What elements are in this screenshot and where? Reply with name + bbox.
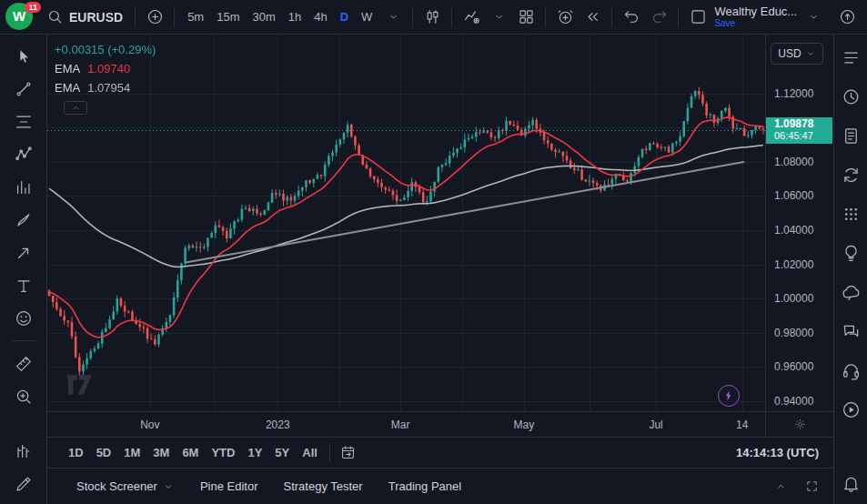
time-tick-label: Nov	[140, 418, 159, 431]
boost-lightning-icon[interactable]	[718, 385, 740, 407]
ideas-icon[interactable]	[839, 241, 862, 265]
price-tick-label: 1.02000	[774, 258, 813, 271]
time-axis-labels: Nov2023MarMayJul14	[47, 412, 765, 437]
brush-tool-icon[interactable]	[7, 205, 40, 235]
trade-journal-icon[interactable]	[839, 124, 862, 147]
time-tick-label: May	[514, 418, 535, 431]
panel-tab-stock-screener[interactable]: Stock Screener	[64, 469, 187, 504]
cursor-tool-icon[interactable]	[7, 41, 40, 71]
panel-expand-chevron-up-icon[interactable]	[768, 474, 793, 499]
range-6m[interactable]: 6M	[176, 442, 205, 463]
indicator-value: 1.09740	[87, 62, 130, 76]
private-chats-icon[interactable]	[839, 319, 862, 343]
hotlists-icon[interactable]	[839, 163, 862, 186]
bar-replay-icon[interactable]	[580, 5, 605, 30]
panel-tab-trading-panel[interactable]: Trading Panel	[376, 469, 474, 504]
range-3m[interactable]: 3M	[146, 442, 176, 463]
publish-icon[interactable]	[834, 5, 860, 30]
price-axis[interactable]: USD 1.09878 06:45:47 1.120001.100001.080…	[765, 35, 833, 411]
layout-menu[interactable]: Wealthy Educ... Save	[714, 5, 797, 29]
currency-toggle-button[interactable]: USD	[771, 43, 823, 65]
panel-tab-label: Pine Editor	[200, 479, 258, 493]
toolbar-separator	[329, 443, 330, 463]
chart-settings-gear-icon[interactable]	[793, 418, 807, 431]
search-icon[interactable]	[42, 5, 67, 30]
range-all[interactable]: All	[296, 442, 324, 463]
edit-drawings-tool-icon[interactable]	[7, 469, 40, 499]
measure-tool-icon[interactable]	[7, 348, 40, 378]
forecast-tool-icon[interactable]	[7, 172, 40, 202]
timeframe-chevron-down-icon[interactable]	[380, 5, 406, 30]
current-price-badge: 1.09878 06:45:47	[766, 117, 832, 144]
indicator-legend: EMA1.09740EMA1.07954	[55, 62, 156, 95]
time-tick-label: Mar	[391, 418, 410, 431]
indicators-chevron-down-icon[interactable]	[486, 5, 511, 30]
chart-plot: +0.00315 (+0.29%) EMA1.09740EMA1.07954	[47, 35, 765, 411]
bottom-panel-bar: Stock ScreenerPine EditorStrategy Tester…	[47, 468, 833, 504]
redo-icon[interactable]	[646, 5, 671, 30]
trend-line-tool-icon[interactable]	[7, 74, 40, 104]
time-axis[interactable]: Nov2023MarMayJul14	[47, 411, 833, 437]
zoom-tool-icon[interactable]	[7, 381, 40, 411]
text-tool-icon[interactable]	[7, 270, 40, 300]
watchlist-icon[interactable]	[839, 45, 862, 69]
indicator-row-1[interactable]: EMA1.07954	[55, 81, 156, 95]
price-tick-label: 1.12000	[774, 87, 813, 100]
toolbar-separator	[451, 7, 452, 27]
timeframe-5m[interactable]: 5m	[181, 5, 210, 29]
undo-icon[interactable]	[619, 5, 644, 30]
trading-app: W 11 EURUSD 5m15m30m1h4hDW Wealthy Educ.…	[0, 0, 867, 504]
timeframe-buttons: 5m15m30m1h4hDW	[181, 5, 378, 29]
range-1m[interactable]: 1M	[117, 442, 146, 463]
indicator-label: EMA	[55, 81, 80, 95]
toolbar-separator	[135, 7, 136, 27]
support-icon[interactable]	[839, 358, 862, 382]
dom-grid-icon[interactable]	[839, 202, 862, 226]
pattern-bars-tool-icon[interactable]	[7, 436, 40, 466]
panel-maximize-icon[interactable]	[799, 474, 824, 499]
layout-templates-icon[interactable]	[513, 5, 539, 30]
tutorials-icon[interactable]	[839, 398, 862, 421]
create-alert-icon[interactable]	[552, 5, 578, 30]
price-tick-label: 0.94000	[774, 395, 813, 408]
timeframe-1h[interactable]: 1h	[282, 5, 307, 29]
indicator-row-0[interactable]: EMA1.09740	[55, 62, 156, 76]
timeframe-30m[interactable]: 30m	[246, 5, 281, 29]
panel-tab-pine-editor[interactable]: Pine Editor	[187, 469, 271, 504]
range-1y[interactable]: 1Y	[241, 442, 268, 463]
utc-clock[interactable]: 14:14:13 (UTC)	[736, 446, 819, 459]
fib-retracement-tool-icon[interactable]	[7, 106, 40, 136]
compare-add-icon[interactable]	[142, 5, 167, 30]
indicators-icon[interactable]	[459, 5, 484, 30]
timeframe-15m[interactable]: 15m	[210, 5, 246, 29]
save-layout-link[interactable]: Save	[714, 17, 797, 29]
broker-logo[interactable]: W 11	[5, 3, 36, 32]
range-ytd[interactable]: YTD	[205, 442, 241, 463]
range-1d[interactable]: 1D	[62, 442, 90, 463]
chevron-down-icon	[162, 480, 175, 493]
emoji-tool-icon[interactable]	[7, 303, 40, 333]
price-tick-label: 0.98000	[774, 327, 813, 339]
chart-center-column: +0.00315 (+0.29%) EMA1.09740EMA1.07954 U…	[47, 35, 833, 504]
pattern-tool-icon[interactable]	[7, 139, 40, 169]
time-tick-label: 2023	[266, 418, 290, 431]
timeframe-4h[interactable]: 4h	[307, 5, 333, 29]
chart-row: +0.00315 (+0.29%) EMA1.09740EMA1.07954 U…	[47, 35, 833, 411]
time-tick-label: Jul	[649, 418, 662, 431]
timeframe-D[interactable]: D	[334, 5, 355, 29]
layout-chevron-down-icon[interactable]	[801, 5, 826, 30]
range-5d[interactable]: 5D	[90, 442, 118, 463]
chart-style-candles-icon[interactable]	[419, 5, 445, 30]
timeframe-W[interactable]: W	[355, 5, 378, 29]
go-to-date-icon[interactable]	[336, 441, 361, 465]
legend-collapse-button[interactable]	[64, 101, 87, 115]
panel-tab-strategy-tester[interactable]: Strategy Tester	[270, 469, 375, 504]
notifications-icon[interactable]	[839, 471, 862, 495]
layout-icon[interactable]	[685, 5, 711, 30]
alerts-icon[interactable]	[839, 85, 862, 108]
range-buttons: 1D5D1M3M6MYTD1Y5YAll	[62, 442, 324, 463]
range-5y[interactable]: 5Y	[268, 442, 296, 463]
arrow-tool-icon[interactable]	[7, 237, 40, 267]
public-chat-icon[interactable]	[839, 280, 862, 304]
symbol-name[interactable]: EURUSD	[69, 10, 123, 25]
